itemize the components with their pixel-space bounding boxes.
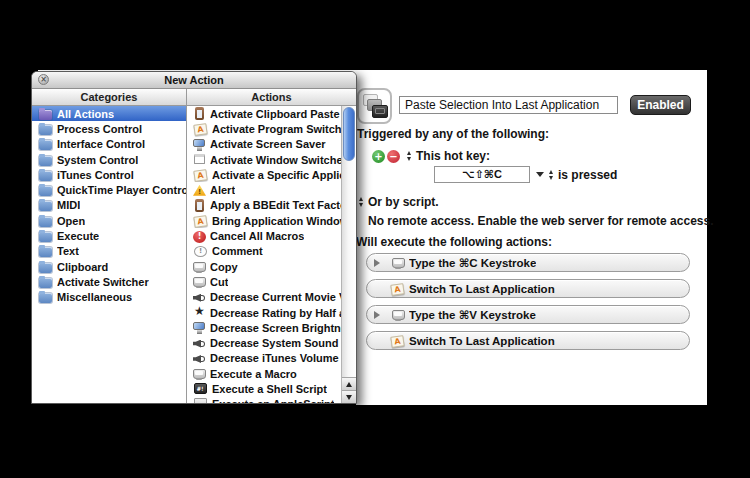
scroll-up-button[interactable]	[342, 377, 356, 390]
category-label: MIDI	[57, 199, 80, 211]
close-button[interactable]	[38, 74, 49, 85]
action-row[interactable]: Decrease iTunes Volume	[187, 351, 341, 366]
executed-action-row[interactable]: Type the ⌘V Keystroke	[366, 305, 690, 324]
action-label: Cancel All Macros	[210, 230, 304, 242]
category-row[interactable]: Text	[32, 244, 186, 259]
action-label: Alert	[210, 184, 235, 196]
category-row[interactable]: All Actions	[32, 106, 186, 121]
folder-icon	[39, 125, 52, 135]
executed-action-row[interactable]: Type the ⌘C Keystroke	[366, 253, 690, 272]
display-icon	[392, 258, 405, 268]
executed-action-label: Type the ⌘C Keystroke	[409, 256, 536, 270]
folder-icon	[39, 247, 52, 257]
disclosure-triangle-icon[interactable]	[374, 259, 386, 267]
action-row[interactable]: Alert	[187, 182, 341, 197]
macro-name-input[interactable]	[399, 96, 618, 114]
action-row[interactable]: Activate Window Switcher	[187, 152, 341, 167]
action-row[interactable]: Comment	[187, 244, 341, 259]
action-label: Apply a BBEdit Text Factory	[210, 199, 341, 211]
action-row[interactable]: Activate a Specific Application	[187, 167, 341, 182]
action-list: Activate Clipboard Paste SwitcherActivat…	[187, 106, 341, 403]
hotkey-trigger-label: This hot key:	[416, 149, 490, 163]
action-row[interactable]: Decrease Current Movie Volume	[187, 290, 341, 305]
cancel-icon	[193, 231, 206, 243]
alert-icon	[193, 184, 206, 197]
folder-icon	[39, 263, 52, 273]
folder-icon	[39, 171, 52, 181]
app-switcher-icon	[390, 283, 404, 296]
folder-icon	[39, 217, 52, 227]
triggered-by-label: Triggered by any of the following:	[357, 127, 549, 141]
action-label: Activate a Specific Application	[212, 169, 341, 181]
column-headers: Categories Actions	[32, 89, 356, 106]
action-row[interactable]: Cancel All Macros	[187, 228, 341, 243]
disclosure-triangle-icon[interactable]	[374, 311, 386, 319]
category-row[interactable]: QuickTime Player Control	[32, 182, 186, 197]
category-row[interactable]: Process Control	[32, 121, 186, 136]
category-label: Clipboard	[57, 261, 108, 273]
executed-action-row[interactable]: Switch To Last Application	[366, 279, 690, 298]
actions-scrollbar[interactable]	[341, 106, 356, 403]
category-label: Open	[57, 215, 85, 227]
category-row[interactable]: Open	[32, 213, 186, 228]
category-row[interactable]: Interface Control	[32, 137, 186, 152]
macro-icon-button[interactable]	[357, 88, 392, 124]
action-label: Execute an AppleScript	[212, 398, 334, 403]
action-row[interactable]: Activate Clipboard Paste Switcher	[187, 106, 341, 121]
category-label: System Control	[57, 154, 138, 166]
action-row[interactable]: Apply a BBEdit Text Factory	[187, 198, 341, 213]
category-label: Interface Control	[57, 138, 145, 150]
category-label: Text	[57, 245, 79, 257]
category-row[interactable]: Miscellaneous	[32, 290, 186, 305]
folder-icon	[39, 140, 52, 150]
action-row[interactable]: Execute an AppleScript	[187, 397, 341, 403]
action-row[interactable]: Copy	[187, 259, 341, 274]
action-row[interactable]: Decrease Screen Brightness	[187, 320, 341, 335]
script-trigger-popup[interactable]: Or by script.	[359, 195, 439, 209]
down-arrow-icon	[346, 395, 352, 400]
action-row[interactable]: Decrease System Sound Volume	[187, 335, 341, 350]
new-action-window: New Action Categories Actions All Action…	[31, 71, 357, 404]
category-row[interactable]: Activate Switcher	[32, 274, 186, 289]
scrollbar-thumb[interactable]	[343, 107, 355, 161]
add-trigger-button[interactable]	[372, 150, 385, 163]
star-icon	[193, 306, 206, 319]
folder-icon	[39, 201, 52, 211]
remove-trigger-button[interactable]	[387, 150, 400, 163]
hotkey-field[interactable]: ⌥⇧⌘C	[434, 166, 530, 183]
script-trigger-label: Or by script.	[368, 195, 439, 209]
pressed-label: is pressed	[558, 168, 617, 182]
action-row[interactable]: Decrease Rating by Half a Star	[187, 305, 341, 320]
pressed-popup[interactable]: is pressed	[549, 168, 617, 182]
enabled-button[interactable]: Enabled	[630, 95, 691, 115]
category-label: Miscellaneous	[57, 291, 132, 303]
category-row[interactable]: iTunes Control	[32, 167, 186, 182]
folder-icon	[39, 278, 52, 288]
clipboard-icon	[193, 199, 206, 212]
action-label: Decrease Current Movie Volume	[210, 291, 341, 303]
executed-action-row[interactable]: Switch To Last Application	[366, 331, 690, 350]
scroll-down-button[interactable]	[342, 390, 356, 403]
action-row[interactable]: Activate Screen Saver	[187, 137, 341, 152]
action-row[interactable]: Activate Program Switcher	[187, 121, 341, 136]
hotkey-trigger-popup[interactable]: This hot key:	[407, 149, 490, 163]
speaker-icon	[193, 291, 206, 304]
action-row[interactable]: Cut	[187, 274, 341, 289]
display-icon	[193, 277, 206, 287]
app-switcher-icon	[193, 169, 207, 182]
category-row[interactable]: Execute	[32, 228, 186, 243]
category-row[interactable]: System Control	[32, 152, 186, 167]
category-row[interactable]: Clipboard	[32, 259, 186, 274]
shell-icon	[194, 383, 207, 394]
category-label: Activate Switcher	[57, 276, 149, 288]
action-row[interactable]: Execute a Macro	[187, 366, 341, 381]
category-row[interactable]: MIDI	[32, 198, 186, 213]
action-row[interactable]: Execute a Shell Script	[187, 381, 341, 396]
action-row[interactable]: Bring Application Windows to Front	[187, 213, 341, 228]
folder-icon	[39, 232, 52, 242]
script-icon	[194, 398, 207, 403]
window-title: New Action	[164, 74, 224, 86]
switcher-square-dark-icon	[372, 105, 388, 118]
action-label: Activate Program Switcher	[212, 123, 341, 135]
hotkey-dropdown-arrow-icon[interactable]	[536, 172, 544, 177]
